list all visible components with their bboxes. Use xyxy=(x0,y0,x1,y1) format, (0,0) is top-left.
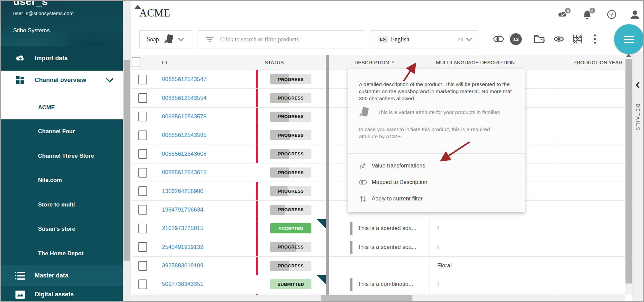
svg-text:?: ? xyxy=(610,12,613,17)
row-checkbox[interactable] xyxy=(138,130,147,140)
kebab-menu-icon[interactable] xyxy=(593,34,597,44)
multilanguage-cell[interactable]: f xyxy=(430,275,558,293)
product-id-link[interactable]: 1306264258980 xyxy=(162,188,203,195)
chevron-down-icon xyxy=(178,38,184,41)
red-flag-indicator xyxy=(256,201,258,219)
description-cell[interactable]: This is a scented soa... xyxy=(347,219,430,237)
popup-menu-item-apply-to-current-filter[interactable]: Apply to current filter xyxy=(348,190,525,207)
production-year-cell[interactable] xyxy=(558,238,625,256)
sidebar-subitem-susan-s-store[interactable]: Susan's store xyxy=(1,217,123,241)
popup-menu-item-mapped-to-description[interactable]: Mapped to Description xyxy=(348,174,525,190)
multilanguage-cell[interactable]: Floral xyxy=(430,257,558,275)
chevron-down-icon[interactable] xyxy=(106,78,113,83)
production-year-cell[interactable] xyxy=(558,70,625,88)
expand-details-icon[interactable] xyxy=(636,82,640,88)
row-checkbox[interactable] xyxy=(138,75,147,84)
red-flag-indicator xyxy=(256,108,258,126)
production-year-cell[interactable] xyxy=(558,219,625,237)
sidebar-subitem-label: ACME xyxy=(38,104,55,111)
row-checkbox[interactable] xyxy=(138,93,147,103)
product-id-link[interactable]: 00885612543554 xyxy=(162,95,206,102)
search-input[interactable]: Click to search or filter products xyxy=(198,30,365,48)
sidebar-scrollbar[interactable] xyxy=(123,1,131,301)
description-cell[interactable] xyxy=(347,257,430,275)
row-checkbox[interactable] xyxy=(138,279,147,289)
sidebar-subitem-nile-com[interactable]: Nile.com xyxy=(1,168,123,193)
sidebar-subitem-label: Susan's store xyxy=(38,226,75,232)
horizontal-scrollbar-thumb[interactable] xyxy=(321,295,412,301)
sidebar-subitem-channel-three-store[interactable]: Channel Three Store xyxy=(1,144,123,168)
product-id-link[interactable]: 00885612543547 xyxy=(162,76,206,83)
context-dropdown[interactable]: Soap xyxy=(139,30,192,48)
production-year-cell[interactable] xyxy=(558,163,625,182)
sidebar-item-digital-assets[interactable]: Digital assets xyxy=(1,286,123,302)
product-id-link[interactable]: 5097738343351 xyxy=(162,281,203,288)
column-header-id[interactable]: ID xyxy=(154,55,256,70)
production-year-cell[interactable] xyxy=(558,257,625,275)
column-splitter[interactable] xyxy=(326,55,329,295)
row-checkbox[interactable] xyxy=(138,205,147,215)
sidebar-item-import-data[interactable]: Import data xyxy=(1,46,123,71)
sidebar-subitem-the-home-depot[interactable]: The Home Depot xyxy=(1,241,123,266)
row-checkbox[interactable] xyxy=(138,112,147,121)
column-header-status[interactable]: STATUS xyxy=(256,55,326,70)
multilanguage-cell[interactable]: f xyxy=(430,238,558,256)
sidebar-subitem-channel-four[interactable]: Channel Four xyxy=(1,119,123,144)
row-checkbox[interactable] xyxy=(138,261,147,271)
sidebar-item-acme-selected[interactable]: ACME xyxy=(1,98,123,117)
vertical-scrollbar-thumb[interactable] xyxy=(625,59,632,284)
row-checkbox[interactable] xyxy=(138,224,147,233)
production-year-cell[interactable] xyxy=(558,108,625,126)
multilanguage-text: f xyxy=(437,244,439,251)
product-id-link[interactable]: 1984791796634 xyxy=(162,206,203,213)
product-id-link[interactable]: 00885612543578 xyxy=(162,113,206,120)
product-id-link[interactable]: 2540491919132 xyxy=(162,244,203,251)
production-year-cell[interactable] xyxy=(558,201,625,219)
scroll-up-arrow-icon[interactable] xyxy=(626,54,632,57)
product-id-link[interactable]: 00885612543585 xyxy=(162,132,206,139)
column-header-description[interactable]: DESCRIPTION * xyxy=(347,55,430,70)
profile-icon[interactable] xyxy=(630,10,640,19)
select-all-checkbox[interactable] xyxy=(132,58,140,67)
row-checkbox[interactable] xyxy=(138,149,147,159)
production-year-cell[interactable] xyxy=(558,182,625,200)
product-id-link[interactable]: 00885612543608 xyxy=(162,151,206,157)
mapped-icon[interactable] xyxy=(493,34,504,44)
description-cell[interactable]: This is a scented soa... xyxy=(347,238,430,256)
dashboard-icon xyxy=(15,76,25,84)
product-id-link[interactable]: 00885612543615 xyxy=(162,169,206,176)
product-id-link[interactable]: 3925883019109 xyxy=(162,262,203,269)
hamburger-icon xyxy=(624,36,634,43)
help-icon[interactable]: ? xyxy=(607,10,617,19)
product-id-link[interactable]: 2102973725015 xyxy=(162,225,203,232)
sidebar-item-master-data[interactable]: Master data xyxy=(1,265,123,286)
tasks-cloud-icon[interactable]: 0 xyxy=(557,10,568,19)
production-year-cell[interactable] xyxy=(558,89,625,107)
notifications-bell-icon[interactable]: 0 xyxy=(582,10,592,19)
sidebar-subitem-store-to-multi[interactable]: Store to multi xyxy=(1,193,123,217)
grid-crossed-icon[interactable] xyxy=(572,34,583,44)
status-badge: PROGRESS xyxy=(270,205,311,215)
production-year-cell[interactable] xyxy=(558,145,625,163)
row-checkbox[interactable] xyxy=(138,242,147,252)
description-cell[interactable]: This is a combinatio... xyxy=(347,275,430,293)
sidebar-item-channel-overview[interactable]: Channel overview xyxy=(1,71,123,89)
folder-sync-icon[interactable] xyxy=(534,34,545,44)
main-menu-fab[interactable] xyxy=(614,24,644,54)
table-vertical-scrollbar[interactable] xyxy=(625,52,633,295)
sidebar-subitem-label: The Home Depot xyxy=(38,250,83,257)
table-horizontal-scrollbar[interactable] xyxy=(123,295,625,302)
production-year-cell[interactable] xyxy=(558,275,625,293)
row-checkbox[interactable] xyxy=(138,168,147,178)
row-checkbox[interactable] xyxy=(138,186,147,196)
sidebar-scrollbar-thumb[interactable] xyxy=(124,60,130,261)
production-year-cell[interactable] xyxy=(558,126,625,144)
language-selector[interactable]: EN English en xyxy=(371,30,477,48)
column-header-production-year[interactable]: PRODUCTION YEAR xyxy=(558,55,625,70)
multilanguage-cell[interactable]: f xyxy=(430,219,558,237)
details-panel-strip[interactable]: DETAILS xyxy=(633,51,644,301)
eye-icon[interactable] xyxy=(553,34,564,44)
column-header-multilanguage[interactable]: MULTILANGUAGE DESCRIPTION xyxy=(430,55,558,70)
popup-menu-item-value-transformations[interactable]: Value transformations xyxy=(348,157,525,174)
mappings-count-badge[interactable]: 13 xyxy=(510,33,522,45)
